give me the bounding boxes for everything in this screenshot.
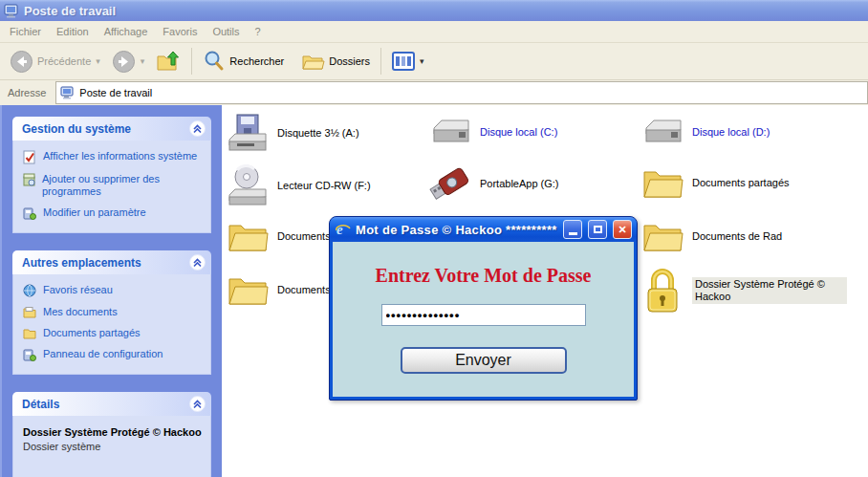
- padlock-icon: [642, 268, 683, 314]
- address-value: Poste de travail: [79, 87, 152, 98]
- panel-title: Autres emplacements: [22, 256, 141, 270]
- panel-header-other-places[interactable]: Autres emplacements: [12, 250, 211, 274]
- folder-icon: [226, 218, 270, 254]
- sidebar-item-control-panel[interactable]: Panneau de configuration: [23, 348, 203, 362]
- search-button[interactable]: Rechercher: [199, 48, 288, 75]
- views-icon: [392, 52, 415, 71]
- menu-favoris[interactable]: Favoris: [161, 23, 208, 40]
- back-dropdown-caret[interactable]: ▾: [96, 56, 100, 66]
- sidebar-item-label: Panneau de configuration: [43, 348, 163, 362]
- file-item-label: Documents partagés: [692, 177, 790, 189]
- panel-title: Détails: [22, 398, 59, 411]
- sidebar-item-my-documents[interactable]: Mes documents: [23, 306, 203, 318]
- control-panel-icon: [23, 348, 36, 362]
- password-dialog: e Mot de Passe © Hackoo **********... ✕ …: [329, 216, 638, 401]
- folders-button[interactable]: Dossiers: [297, 49, 374, 74]
- usb-drive-icon: [428, 164, 472, 203]
- file-item-disk-c[interactable]: Disque local (C:): [428, 113, 557, 151]
- sidebar-item-label: Documents partagés: [43, 327, 141, 339]
- file-item-documents-de-rad[interactable]: Documents de Rad: [640, 218, 782, 254]
- file-item-shared-documents[interactable]: Documents partagés: [640, 164, 790, 201]
- address-field[interactable]: Poste de travail: [55, 81, 868, 104]
- panel-body: Favoris réseau Mes documents Docume: [12, 274, 211, 375]
- maximize-button[interactable]: [588, 220, 607, 239]
- cd-drive-icon: [226, 164, 270, 206]
- my-documents-icon: [23, 306, 36, 318]
- file-item-documents-1[interactable]: Documents: [226, 218, 331, 254]
- views-dropdown-caret[interactable]: ▾: [420, 56, 424, 66]
- shared-documents-icon: [23, 327, 36, 339]
- forward-button[interactable]: ▾: [108, 48, 153, 76]
- sidebar-item-label: Favoris réseau: [43, 284, 113, 297]
- details-item-title: Dossier Système Protégé © Hackoo: [23, 425, 203, 439]
- panel-details: Détails Dossier Système Protégé © Hackoo…: [12, 392, 211, 477]
- sidebar-item-network[interactable]: Favoris réseau: [23, 284, 203, 297]
- file-item-portableapp-g[interactable]: PortableApp (G:): [428, 164, 559, 203]
- content-area: Gestion du système Afficher les informat…: [0, 105, 868, 477]
- file-item-disk-d[interactable]: Disque local (D:): [640, 113, 770, 151]
- address-label: Adresse: [0, 80, 55, 105]
- file-item-label: Disque local (C:): [480, 126, 557, 139]
- panel-body: Dossier Système Protégé © Hackoo Dossier…: [12, 416, 211, 477]
- sidebar-item-change-setting[interactable]: Modifier un paramètre: [23, 206, 203, 221]
- panel-header-system-tasks[interactable]: Gestion du système: [12, 117, 211, 141]
- floppy-drive-icon: [226, 113, 270, 153]
- close-icon: ✕: [618, 224, 626, 236]
- hard-drive-icon: [428, 113, 472, 151]
- sidebar-item-label: Ajouter ou supprimer des programmes: [42, 173, 203, 198]
- folders-label: Dossiers: [329, 55, 370, 67]
- dialog-title-bar[interactable]: e Mot de Passe © Hackoo **********... ✕: [330, 217, 637, 242]
- password-input[interactable]: [381, 304, 586, 326]
- file-item-floppy-a[interactable]: Disquette 3½ (A:): [226, 113, 359, 153]
- panel-body: Afficher les informations système Ajoute…: [12, 141, 211, 233]
- toolbar-separator: [191, 48, 192, 75]
- views-button[interactable]: ▾: [388, 50, 432, 73]
- network-icon: [23, 284, 36, 297]
- minimize-button[interactable]: [563, 220, 582, 239]
- file-item-label: Dossier Système Protégé © Hackoo: [692, 277, 847, 304]
- internet-explorer-icon: e: [336, 222, 351, 237]
- panel-title: Gestion du système: [22, 122, 131, 136]
- file-item-label: PortableApp (G:): [480, 178, 559, 190]
- forward-icon: [112, 50, 136, 74]
- menu-fichier[interactable]: Fichier: [8, 23, 53, 40]
- file-item-protected-folder[interactable]: Dossier Système Protégé © Hackoo: [640, 268, 847, 314]
- task-pane-sidebar: Gestion du système Afficher les informat…: [0, 105, 222, 477]
- folder-icon: [640, 218, 684, 254]
- back-button[interactable]: Précédente ▾: [6, 48, 108, 76]
- collapse-chevron-icon[interactable]: [189, 396, 206, 412]
- folder-up-icon: [156, 50, 181, 73]
- sidebar-item-label: Mes documents: [43, 306, 118, 318]
- file-item-label: Disque local (D:): [692, 126, 770, 139]
- folder-icon: [226, 271, 270, 308]
- sidebar-item-add-remove-programs[interactable]: Ajouter ou supprimer des programmes: [23, 173, 203, 198]
- menu-help[interactable]: ?: [253, 23, 272, 40]
- file-list-area: Disquette 3½ (A:) Disque local (C:): [222, 105, 868, 477]
- submit-button[interactable]: Envoyer: [401, 347, 567, 374]
- forward-dropdown-caret[interactable]: ▾: [141, 56, 145, 66]
- sidebar-item-system-info[interactable]: Afficher les informations système: [23, 150, 203, 164]
- close-button[interactable]: ✕: [613, 220, 632, 239]
- menu-affichage[interactable]: Affichage: [102, 23, 160, 40]
- change-setting-icon: [23, 206, 36, 221]
- my-computer-icon: [60, 86, 75, 99]
- system-info-icon: [23, 150, 36, 164]
- collapse-chevron-icon[interactable]: [189, 254, 206, 271]
- back-icon: [10, 50, 33, 74]
- sidebar-item-label: Afficher les informations système: [43, 150, 197, 164]
- toolbar-separator: [380, 48, 381, 75]
- folder-icon: [640, 164, 684, 201]
- collapse-chevron-icon[interactable]: [189, 120, 206, 137]
- file-item-documents-2[interactable]: Documents: [226, 271, 331, 308]
- sidebar-item-shared-documents[interactable]: Documents partagés: [23, 327, 203, 339]
- up-button[interactable]: [152, 48, 184, 75]
- toolbar: Précédente ▾ ▾ Rechercher: [0, 43, 868, 80]
- panel-header-details[interactable]: Détails: [12, 392, 211, 416]
- file-item-label: Documents: [277, 284, 331, 296]
- search-icon: [203, 50, 226, 73]
- menu-outils[interactable]: Outils: [210, 23, 250, 40]
- my-computer-icon: [4, 4, 19, 18]
- menu-edition[interactable]: Edition: [54, 23, 100, 40]
- sidebar-item-label: Modifier un paramètre: [43, 206, 146, 221]
- file-item-cdrw-f[interactable]: Lecteur CD-RW (F:): [226, 164, 371, 206]
